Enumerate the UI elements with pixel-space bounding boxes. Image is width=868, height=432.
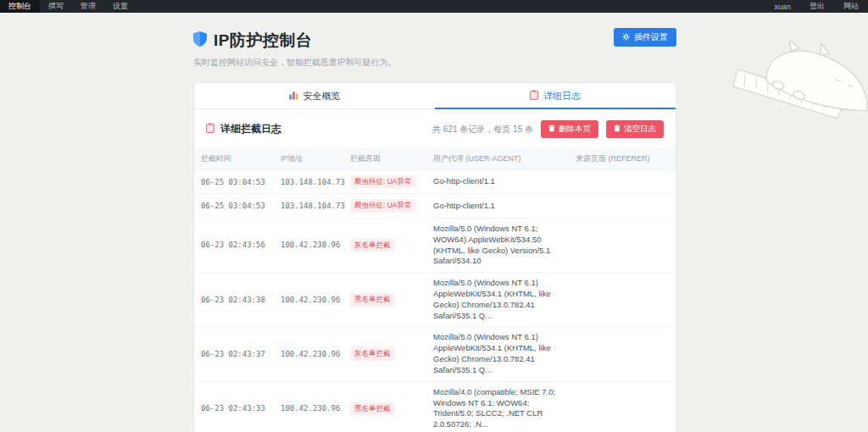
table-body: 06-25 03:04:53 103.148.104.73 爬虫特征: UA异常… [194, 170, 676, 432]
plugin-settings-button[interactable]: 插件设置 [614, 28, 676, 47]
table-row: 06-25 03:04:53 103.148.104.73 爬虫特征: UA异常… [194, 170, 676, 194]
tab-detailed-logs[interactable]: 详细日志 [435, 83, 676, 108]
clipboard-icon [530, 90, 538, 102]
cell-user-agent: Mozilla/5.0 (Windows NT 6.1) AppleWebKit… [426, 273, 569, 327]
cell-user-agent: Mozilla/5.0 (Windows NT 6.1; WOW64) Appl… [426, 218, 569, 272]
page-title: IP防护控制台 [214, 30, 312, 52]
table-header: 拦截时间IP地址拦截原因用户代理 (USER-AGENT)来源页面 (REFER… [194, 148, 676, 170]
cell-ip-address: 103.148.104.73 [274, 194, 343, 218]
table-row: 06-23 02:43:37 100.42.230.96 灰名单拦截 Mozil… [194, 327, 676, 381]
table-header-row: 拦截时间IP地址拦截原因用户代理 (USER-AGENT)来源页面 (REFER… [194, 148, 676, 170]
trash-icon [614, 125, 620, 134]
block-reason-badge: 灰名单拦截 [350, 347, 395, 360]
page-header: IP防护控制台 实时监控网站访问安全，智能拦截恶意IP和可疑行为。 插件设置 [193, 13, 676, 69]
cell-ip-address: 103.148.104.73 [274, 170, 343, 194]
cell-referer [569, 170, 676, 194]
cell-block-time: 06-25 03:04:53 [194, 194, 274, 218]
table-row: 06-23 02:43:33 100.42.230.96 黑名单拦截 Mozil… [194, 381, 676, 432]
cell-user-agent: Mozilla/4.0 (compatible; MSIE 7.0; Windo… [426, 381, 569, 432]
navbar-item-2[interactable]: 管理 [72, 0, 104, 13]
block-reason-badge: 黑名单拦截 [350, 293, 395, 306]
block-reason-badge: 黑名单拦截 [350, 402, 395, 415]
log-section-header: 详细拦截日志 共 621 条记录，每页 15 条 删除本页 清空日志 [194, 109, 676, 148]
clipboard-icon [206, 123, 214, 136]
block-reason-badge: 灰名单拦截 [350, 239, 395, 252]
navbar-right-item-1[interactable]: 登出 [800, 0, 834, 13]
navbar-right: xuan登出网站 [765, 0, 868, 13]
delete-page-button[interactable]: 删除本页 [541, 120, 598, 138]
tab-security-overview[interactable]: 安全概览 [194, 83, 435, 108]
records-summary: 共 621 条记录，每页 15 条 [432, 124, 533, 136]
block-reason-badge: 爬虫特征: UA异常 [350, 199, 416, 212]
table-row: 06-23 02:43:38 100.42.230.96 黑名单拦截 Mozil… [194, 273, 676, 327]
column-header: IP地址 [274, 148, 343, 170]
cell-ip-address: 100.42.230.96 [274, 381, 343, 432]
trash-icon [548, 125, 555, 134]
cell-referer [569, 381, 676, 432]
table-row: 06-23 02:43:56 100.42.230.96 灰名单拦截 Mozil… [194, 218, 676, 272]
cell-block-time: 06-23 02:43:56 [194, 218, 274, 272]
cell-referer [569, 273, 676, 327]
block-reason-badge: 爬虫特征: UA异常 [350, 175, 416, 188]
cell-referer [569, 327, 676, 381]
console-card: 安全概览 详细日志 详细拦截日志 共 621 条记录，每页 15 条 [193, 82, 676, 432]
tab-bar: 安全概览 详细日志 [194, 83, 676, 109]
bar-chart-icon [289, 91, 298, 102]
block-log-table: 拦截时间IP地址拦截原因用户代理 (USER-AGENT)来源页面 (REFER… [194, 148, 676, 432]
navbar-right-item-2[interactable]: 网站 [834, 0, 868, 13]
cell-block-time: 06-25 03:04:53 [194, 170, 274, 194]
main-content: IP防护控制台 实时监控网站访问安全，智能拦截恶意IP和可疑行为。 插件设置 安… [193, 13, 676, 432]
cell-block-time: 06-23 02:43:38 [194, 273, 274, 327]
navbar-item-0[interactable]: 控制台 [0, 0, 40, 13]
cell-ip-address: 100.42.230.96 [274, 218, 343, 272]
top-navbar: 控制台撰写管理设置 xuan登出网站 [0, 0, 868, 13]
column-header: 用户代理 (USER-AGENT) [426, 148, 569, 170]
cell-ip-address: 100.42.230.96 [274, 273, 343, 327]
cat-doodle-illustration [733, 41, 868, 133]
column-header: 来源页面 (REFERER) [569, 148, 676, 170]
cell-user-agent: Go-http-client/1.1 [426, 194, 569, 218]
table-row: 06-25 03:04:53 103.148.104.73 爬虫特征: UA异常… [194, 194, 676, 218]
column-header: 拦截原因 [343, 148, 426, 170]
navbar-right-item-0[interactable]: xuan [765, 0, 800, 13]
shield-icon [193, 31, 207, 50]
gear-icon [622, 33, 630, 42]
navbar-menu: 控制台撰写管理设置 [0, 0, 765, 13]
cell-referer [569, 218, 676, 272]
cell-block-time: 06-23 02:43:37 [194, 327, 274, 381]
column-header: 拦截时间 [194, 148, 274, 170]
cell-referer [569, 194, 676, 218]
clear-logs-button[interactable]: 清空日志 [606, 120, 664, 138]
navbar-item-1[interactable]: 撰写 [40, 0, 72, 13]
cell-user-agent: Mozilla/5.0 (Windows NT 6.1) AppleWebKit… [426, 327, 569, 381]
cell-block-time: 06-23 02:43:33 [194, 381, 274, 432]
log-section-title: 详细拦截日志 [206, 122, 281, 136]
cell-ip-address: 100.42.230.96 [274, 327, 343, 381]
page-subtitle: 实时监控网站访问安全，智能拦截恶意IP和可疑行为。 [193, 57, 676, 69]
cell-user-agent: Go-http-client/1.1 [426, 170, 569, 194]
navbar-item-3[interactable]: 设置 [104, 0, 136, 13]
